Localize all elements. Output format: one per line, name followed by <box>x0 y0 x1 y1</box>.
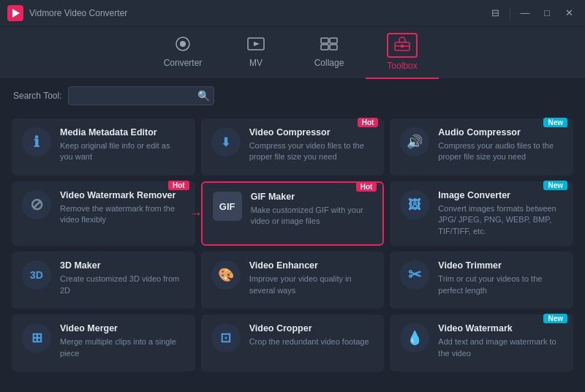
mv-icon <box>246 36 265 55</box>
nav-label-toolbox: Toolbox <box>387 61 417 71</box>
tool-card-media-metadata-editor[interactable]: ℹMedia Metadata EditorKeep original file… <box>12 118 195 176</box>
svg-point-3 <box>180 41 186 47</box>
tool-card-video-enhancer[interactable]: 🎨Video EnhancerImprove your video qualit… <box>201 252 385 309</box>
desc-video-merger: Merge multiple clips into a single piece <box>60 336 185 359</box>
nav-label-collage: Collage <box>314 58 344 68</box>
icon-video-watermark-remover: ⊘ <box>22 190 51 219</box>
search-input[interactable] <box>68 86 214 105</box>
app-title: Vidmore Video Converter <box>29 8 486 18</box>
tool-card-image-converter[interactable]: New🖼Image ConverterConvert images format… <box>390 181 573 246</box>
nav-item-mv[interactable]: MV <box>219 26 292 79</box>
text-gif-maker: GIF MakerMake customized GIF with your v… <box>251 192 373 227</box>
badge-audio-compressor: New <box>543 118 567 127</box>
svg-rect-5 <box>321 38 328 43</box>
svg-rect-11 <box>401 45 404 48</box>
text-image-converter: Image ConverterConvert images formats be… <box>438 190 563 237</box>
window-controls: ⊟ — □ ✕ <box>486 7 578 20</box>
maximize-btn[interactable]: □ <box>538 7 556 20</box>
desc-audio-compressor: Compress your audio files to the proper … <box>438 140 563 163</box>
text-3d-maker: 3D MakerCreate customized 3D video from … <box>60 260 185 296</box>
title-3d-maker: 3D Maker <box>60 260 185 271</box>
search-bar: Search Tool: 🔍 <box>0 79 585 113</box>
subtitle-btn[interactable]: ⊟ <box>486 7 504 20</box>
desc-video-watermark: Add text and image watermark to the vide… <box>438 336 563 359</box>
icon-video-trimmer: ✂ <box>400 260 429 290</box>
desc-3d-maker: Create customized 3D video from 2D <box>60 274 185 296</box>
nav-item-converter[interactable]: Converter <box>146 26 219 79</box>
desc-video-watermark-remover: Remove the watermark from the video flex… <box>60 203 185 226</box>
tool-card-video-merger[interactable]: ⊞Video MergerMerge multiple clips into a… <box>12 314 195 372</box>
tool-card-video-watermark-remover[interactable]: Hot⊘Video Watermark RemoverRemove the wa… <box>12 181 195 246</box>
desc-video-enhancer: Improve your video quality in several wa… <box>249 274 374 296</box>
tool-grid: ℹMedia Metadata EditorKeep original file… <box>0 113 585 377</box>
tool-card-video-compressor[interactable]: Hot⬇Video CompressorCompress your video … <box>201 118 385 176</box>
title-video-enhancer: Video Enhancer <box>249 260 374 271</box>
minimize-btn[interactable]: — <box>516 7 534 20</box>
collage-icon <box>320 36 339 55</box>
nav-item-toolbox[interactable]: Toolbox <box>366 26 439 79</box>
badge-video-watermark-remover: Hot <box>168 181 189 190</box>
text-video-enhancer: Video EnhancerImprove your video quality… <box>249 260 374 296</box>
tool-card-video-cropper[interactable]: ⊡Video CropperCrop the redundant video f… <box>201 314 385 372</box>
badge-video-watermark: New <box>543 314 567 323</box>
title-video-watermark: Video Watermark <box>438 323 563 333</box>
text-video-compressor: Video CompressorCompress your video file… <box>249 127 374 163</box>
icon-video-compressor: ⬇ <box>211 127 241 157</box>
badge-image-converter: New <box>543 181 567 190</box>
desc-video-compressor: Compress your video files to the proper … <box>249 140 374 163</box>
icon-image-converter: 🖼 <box>400 190 429 219</box>
desc-media-metadata-editor: Keep original file info or edit as you w… <box>60 140 185 163</box>
text-video-watermark: Video WatermarkAdd text and image waterm… <box>438 323 563 359</box>
tool-card-audio-compressor[interactable]: New🔊Audio CompressorCompress your audio … <box>390 118 573 176</box>
nav-label-mv: MV <box>249 58 263 68</box>
separator <box>510 7 510 19</box>
icon-3d-maker: 3D <box>22 260 51 290</box>
title-video-watermark-remover: Video Watermark Remover <box>60 190 185 200</box>
icon-video-enhancer: 🎨 <box>211 260 241 290</box>
arrow-indicator: → <box>189 206 203 222</box>
top-nav: Converter MV Collage <box>0 26 585 79</box>
title-video-compressor: Video Compressor <box>249 127 374 137</box>
svg-rect-8 <box>330 45 337 50</box>
text-video-merger: Video MergerMerge multiple clips into a … <box>60 323 185 359</box>
icon-video-cropper: ⊡ <box>211 323 241 353</box>
icon-media-metadata-editor: ℹ <box>22 127 51 157</box>
tool-card-3d-maker[interactable]: 3D3D MakerCreate customized 3D video fro… <box>12 252 195 309</box>
toolbox-icon <box>387 33 418 58</box>
badge-gif-maker: Hot <box>356 182 377 192</box>
title-image-converter: Image Converter <box>438 190 563 200</box>
search-label: Search Tool: <box>13 91 62 101</box>
badge-video-compressor: Hot <box>358 118 379 127</box>
icon-video-watermark: 💧 <box>400 323 429 353</box>
tool-card-gif-maker[interactable]: →HotGIFGIF MakerMake customized GIF with… <box>201 181 385 246</box>
close-btn[interactable]: ✕ <box>560 7 578 20</box>
search-input-wrap: 🔍 <box>68 86 214 105</box>
converter-icon <box>173 36 192 55</box>
app-logo <box>7 5 23 21</box>
nav-label-converter: Converter <box>164 58 203 68</box>
nav-item-collage[interactable]: Collage <box>292 26 366 79</box>
desc-gif-maker: Make customized GIF with your video or i… <box>251 205 373 227</box>
icon-audio-compressor: 🔊 <box>400 127 429 157</box>
search-icon[interactable]: 🔍 <box>197 90 210 102</box>
text-media-metadata-editor: Media Metadata EditorKeep original file … <box>60 127 185 163</box>
desc-video-cropper: Crop the redundant video footage <box>249 336 374 347</box>
text-audio-compressor: Audio CompressorCompress your audio file… <box>438 127 563 163</box>
svg-rect-7 <box>321 45 328 50</box>
tool-card-video-watermark[interactable]: New💧Video WatermarkAdd text and image wa… <box>390 314 573 372</box>
text-video-watermark-remover: Video Watermark RemoverRemove the waterm… <box>60 190 185 226</box>
title-gif-maker: GIF Maker <box>251 192 373 202</box>
title-video-trimmer: Video Trimmer <box>438 260 563 271</box>
desc-video-trimmer: Trim or cut your videos to the perfect l… <box>438 274 563 296</box>
icon-gif-maker: GIF <box>213 192 242 221</box>
text-video-trimmer: Video TrimmerTrim or cut your videos to … <box>438 260 563 296</box>
svg-rect-6 <box>330 38 337 43</box>
desc-image-converter: Convert images formats between JPG/ JPEG… <box>438 203 563 237</box>
text-video-cropper: Video CropperCrop the redundant video fo… <box>249 323 374 347</box>
title-video-merger: Video Merger <box>60 323 185 333</box>
title-media-metadata-editor: Media Metadata Editor <box>60 127 185 137</box>
tool-card-video-trimmer[interactable]: ✂Video TrimmerTrim or cut your videos to… <box>390 252 573 309</box>
title-video-cropper: Video Cropper <box>249 323 374 333</box>
title-bar: Vidmore Video Converter ⊟ — □ ✕ <box>0 0 585 26</box>
title-audio-compressor: Audio Compressor <box>438 127 563 137</box>
